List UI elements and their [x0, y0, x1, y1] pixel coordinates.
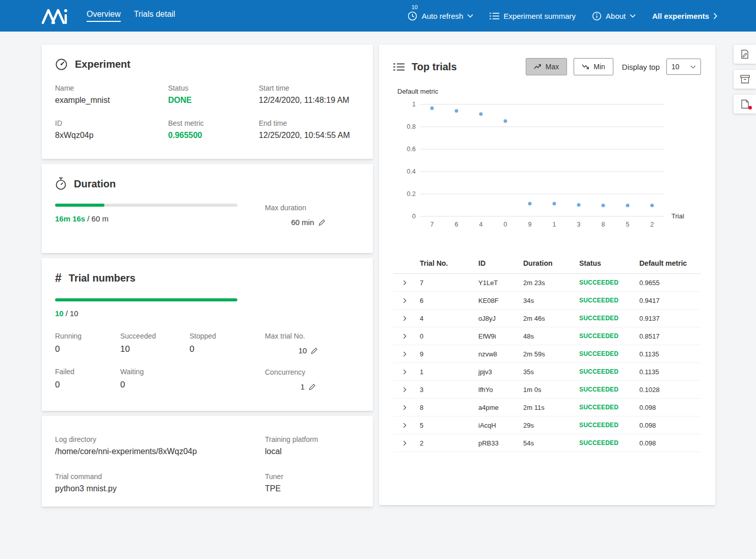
- expand-row-icon[interactable]: [403, 333, 407, 339]
- svg-text:1: 1: [553, 221, 556, 228]
- chevron-right-icon: [713, 13, 717, 19]
- duration-progress-bar: [55, 204, 237, 207]
- edit-pencil-icon[interactable]: [318, 219, 326, 226]
- auto-refresh-control[interactable]: 10 Auto refresh: [407, 11, 474, 21]
- col-status[interactable]: Status: [575, 259, 635, 267]
- name-label: Name: [55, 84, 168, 92]
- table-row[interactable]: 8a4pme2m 11sSUCCEEDED0.098: [393, 399, 701, 416]
- col-trial-no[interactable]: Trial No.: [416, 259, 474, 267]
- trend-down-icon: [582, 64, 589, 70]
- col-duration[interactable]: Duration: [519, 259, 575, 267]
- tab-trials-detail[interactable]: Trials detail: [134, 10, 175, 22]
- max-button[interactable]: Max: [526, 58, 567, 75]
- table-row[interactable]: 4oJ8yJ2m 46sSUCCEEDED0.9137: [393, 310, 701, 327]
- document-button[interactable]: [734, 95, 756, 114]
- edit-pencil-icon[interactable]: [311, 347, 318, 354]
- trials-progress-fill: [55, 298, 237, 301]
- duration-card: Duration 16m 16s/ 60 m Max duration 60 m…: [42, 164, 373, 253]
- table-row[interactable]: 7Y1LeT2m 23sSUCCEEDED0.9655: [393, 274, 701, 292]
- svg-text:1: 1: [412, 101, 416, 108]
- stat-label: Running: [55, 332, 120, 340]
- best-metric-label: Best metric: [168, 119, 259, 127]
- nni-logo[interactable]: [41, 6, 71, 25]
- stat-value: 0: [120, 380, 190, 390]
- table-row[interactable]: 2pRB3354sSUCCEEDED0.098: [393, 434, 701, 452]
- list-icon: [393, 63, 404, 71]
- duration-cell: 2m 11s: [519, 404, 575, 411]
- field-log-directory: Log directory /home/core/nni-experiments…: [55, 435, 265, 456]
- trial-id-cell: Y1LeT: [474, 279, 519, 287]
- duration-cell: 2m 46s: [519, 315, 575, 322]
- experiment-summary-label: Experiment summary: [503, 12, 576, 20]
- training-platform-value: local: [265, 447, 360, 456]
- trials-fraction: 10/ 10: [55, 309, 360, 318]
- col-default-metric[interactable]: Default metric: [635, 259, 701, 267]
- chevron-down-icon: [630, 14, 636, 18]
- expand-row-icon[interactable]: [403, 351, 407, 357]
- status-cell: SUCCEEDED: [575, 439, 635, 446]
- table-row[interactable]: 3lfhYo1m 0sSUCCEEDED0.1028: [393, 381, 701, 399]
- log-directory-value: /home/core/nni-experiments/8xWqz04p: [55, 447, 265, 456]
- right-column: Top trials Max Min Display top: [379, 45, 715, 505]
- training-platform-label: Training platform: [265, 435, 360, 443]
- trial-command-label: Trial command: [55, 472, 265, 481]
- stat-value: 0: [55, 380, 120, 390]
- concurrency-value: 1: [301, 382, 305, 391]
- status-badge: DONE: [168, 96, 259, 105]
- trial-numbers-card-title: Trial numbers: [69, 272, 136, 284]
- min-button[interactable]: Min: [574, 58, 613, 75]
- table-row[interactable]: 9nzvw82m 59sSUCCEEDED0.1135: [393, 345, 701, 363]
- expand-row-icon[interactable]: [403, 280, 407, 286]
- metric-cell: 0.1028: [635, 386, 701, 394]
- stat-label: Succeeded: [120, 332, 190, 340]
- feedback-button[interactable]: [734, 45, 756, 64]
- expand-row-icon[interactable]: [403, 387, 407, 393]
- expand-row-icon[interactable]: [403, 423, 407, 428]
- start-time-value: 12/24/2020, 11:48:19 AM: [259, 96, 360, 105]
- expand-row-icon[interactable]: [403, 369, 407, 375]
- expand-row-icon[interactable]: [403, 440, 407, 446]
- expand-row-icon[interactable]: [403, 316, 407, 321]
- stopwatch-icon: [55, 177, 67, 190]
- max-trial-value: 10: [299, 346, 307, 355]
- edit-pencil-icon[interactable]: [309, 383, 316, 390]
- svg-text:5: 5: [626, 221, 630, 228]
- expand-row-icon[interactable]: [403, 298, 407, 303]
- display-top-select[interactable]: 10: [666, 59, 701, 75]
- col-id[interactable]: ID: [474, 259, 519, 267]
- table-row[interactable]: 6KE08F34sSUCCEEDED0.9417: [393, 292, 701, 310]
- max-duration-value: 60 min: [291, 218, 314, 227]
- start-time-label: Start time: [259, 84, 360, 92]
- trial-no-cell: 3: [416, 386, 474, 394]
- trial-id-cell: nzvw8: [474, 350, 519, 358]
- field-end-time: End time 12/25/2020, 10:54:55 AM: [259, 119, 360, 140]
- metric-chart: 00.20.40.60.817640913852Default metricTr…: [393, 87, 699, 239]
- top-trials-title: Top trials: [412, 61, 457, 73]
- stat-label: Waiting: [120, 368, 190, 376]
- trial-no-cell: 1: [416, 368, 474, 376]
- metric-cell: 0.8517: [635, 332, 701, 340]
- svg-text:4: 4: [479, 221, 483, 228]
- experiment-summary-button[interactable]: Experiment summary: [490, 12, 576, 20]
- table-row[interactable]: 1jpjv335sSUCCEEDED0.1135: [393, 363, 701, 381]
- best-metric-value: 0.965500: [168, 131, 259, 140]
- max-trial-label: Max trial No.: [265, 332, 352, 340]
- config-card: Log directory /home/core/nni-experiments…: [42, 416, 373, 507]
- all-experiments-label: All experiments: [652, 12, 709, 20]
- all-experiments-link[interactable]: All experiments: [652, 12, 717, 20]
- top-trials-table-body: 7Y1LeT2m 23sSUCCEEDED0.96556KE08F34sSUCC…: [393, 274, 701, 452]
- table-row[interactable]: 5iAcqH29sSUCCEEDED0.098: [393, 416, 701, 434]
- svg-text:2: 2: [651, 221, 654, 228]
- tab-overview[interactable]: Overview: [87, 10, 121, 22]
- about-menu[interactable]: About: [592, 11, 636, 21]
- archive-box-icon: [740, 75, 750, 83]
- stat-waiting: Waiting 0: [120, 368, 190, 390]
- trials-progress-bar: [55, 298, 237, 301]
- archive-button[interactable]: [734, 70, 756, 89]
- table-row[interactable]: 0EfW9i48sSUCCEEDED0.8517: [393, 327, 701, 345]
- trials-total: / 10: [66, 309, 78, 318]
- svg-text:6: 6: [455, 221, 458, 228]
- max-trial-block: Max trial No. 10: [265, 332, 352, 355]
- expand-row-icon[interactable]: [403, 405, 407, 410]
- max-button-label: Max: [546, 63, 559, 71]
